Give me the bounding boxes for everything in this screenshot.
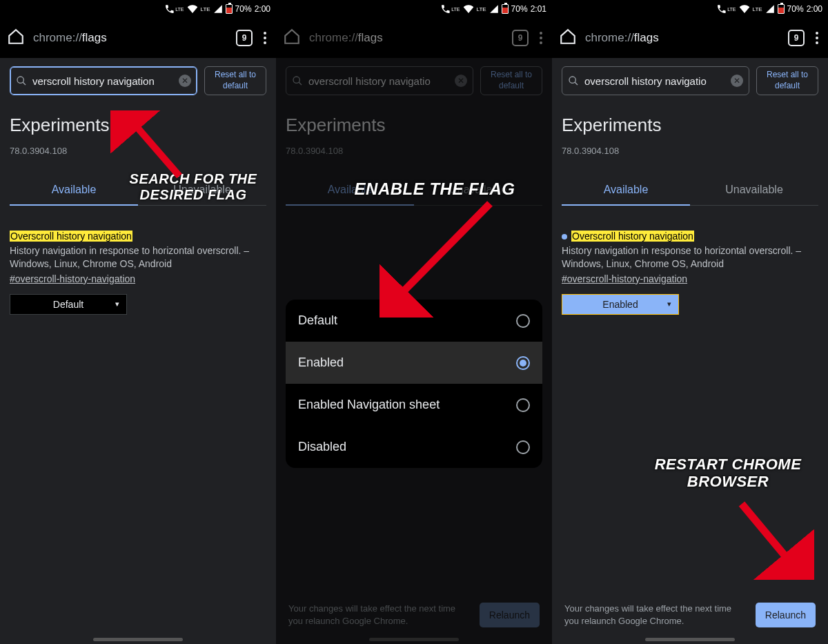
overflow-menu-icon[interactable] [813,32,821,44]
reset-all-button[interactable]: Reset all to default [204,66,266,95]
flag-name: Overscroll history navigation [571,231,694,242]
svg-line-3 [130,119,179,176]
overflow-menu-icon[interactable] [261,32,269,44]
search-icon [292,75,303,86]
browser-toolbar: chrome://flags 9 [552,18,828,58]
wifi-icon [463,3,474,14]
tab-switcher[interactable]: 9 [236,30,253,46]
tab-switcher[interactable]: 9 [512,30,529,46]
search-value: verscroll history navigation [32,75,173,87]
flag-entry: Overscroll history navigation History na… [10,231,266,315]
screen-enable: LTE LTE 70% 2:01 chrome://flags 9 oversc… [276,0,552,644]
status-bar: LTE LTE 70% 2:00 [0,0,276,18]
svg-point-1 [293,77,299,83]
volte-icon: LTE [164,3,184,14]
flag-name: Overscroll history navigation [10,231,132,242]
nav-pill[interactable] [645,638,735,641]
flags-search-input[interactable]: verscroll history navigation ✕ [10,66,197,95]
home-icon[interactable] [559,28,577,48]
volte-icon: LTE [440,3,460,14]
screen-search: LTE LTE 70% 2:00 chrome://flags 9 verscr… [0,0,276,644]
volte-icon: LTE [716,3,736,14]
page-title: Experiments [562,115,818,136]
relaunch-button[interactable]: Relaunch [756,603,816,627]
clock: 2:00 [255,4,270,14]
tab-unavailable[interactable]: Unavailable [690,175,818,206]
browser-toolbar: chrome://flags 9 [0,18,276,58]
svg-line-4 [395,204,490,300]
lte-label: LTE [201,6,210,12]
arrow-to-relaunch [731,497,814,580]
arrow-to-search [110,110,193,186]
svg-point-2 [569,77,575,83]
clear-search-icon[interactable]: ✕ [455,75,467,87]
relaunch-button[interactable]: Relaunch [480,603,540,627]
chrome-version: 78.0.3904.108 [286,146,542,156]
overflow-menu-icon[interactable] [537,32,545,44]
reset-all-button[interactable]: Reset all to default [756,66,818,95]
flag-description: History navigation in response to horizo… [562,244,818,271]
battery-percent: 70% [235,4,252,14]
svg-point-0 [17,77,23,83]
option-enabled[interactable]: Enabled [286,342,542,384]
status-bar: LTE LTE 70% 2:01 [276,0,552,18]
caption-restart: RESTART CHROME BROWSER [642,456,814,491]
flags-search-input[interactable]: overscroll history navigatio ✕ [562,66,749,95]
relaunch-bar: Your changes will take effect the next t… [276,603,552,627]
flags-search-input[interactable]: overscroll history navigatio ✕ [286,66,473,95]
search-icon [568,75,579,86]
clear-search-icon[interactable]: ✕ [179,75,191,87]
address-bar[interactable]: chrome://flags [33,31,228,45]
wifi-icon [739,3,750,14]
relaunch-bar: Your changes will take effect the next t… [552,603,828,627]
flag-entry: Overscroll history navigation History na… [562,231,818,315]
search-icon [16,75,27,86]
tab-switcher[interactable]: 9 [788,30,805,46]
reset-all-button[interactable]: Reset all to default [480,66,542,95]
flag-option-popup: Default Enabled Enabled Navigation sheet… [286,300,542,468]
svg-line-5 [742,504,793,566]
status-bar: LTE LTE 70% 2:00 [552,0,828,18]
flag-hash[interactable]: #overscroll-history-navigation [10,273,135,284]
flag-dropdown[interactable]: Enabled [562,294,679,315]
browser-toolbar: chrome://flags 9 [276,18,552,58]
battery-icon [502,4,509,14]
chrome-version: 78.0.3904.108 [562,146,818,156]
changed-indicator-icon [562,234,567,240]
battery-icon [778,4,785,14]
flag-description: History navigation in response to horizo… [10,244,266,271]
option-enabled-nav-sheet[interactable]: Enabled Navigation sheet [286,384,542,426]
address-bar[interactable]: chrome://flags [309,31,504,45]
home-icon[interactable] [7,28,25,48]
battery-icon [226,4,233,14]
home-icon[interactable] [283,28,301,48]
nav-pill[interactable] [93,638,183,641]
flag-dropdown[interactable]: Default [10,294,127,315]
signal-icon [489,4,499,14]
address-bar[interactable]: chrome://flags [585,31,780,45]
signal-icon [213,4,223,14]
flag-hash[interactable]: #overscroll-history-navigation [562,273,687,284]
tab-available[interactable]: Available [562,175,690,206]
page-title: Experiments [286,115,542,136]
arrow-to-enable [379,193,504,318]
clear-search-icon[interactable]: ✕ [731,75,743,87]
option-disabled[interactable]: Disabled [286,426,542,468]
signal-icon [765,4,775,14]
wifi-icon [187,3,198,14]
